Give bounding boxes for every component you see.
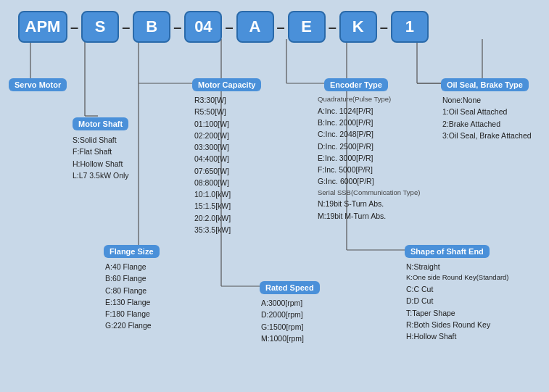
dash-7: – <box>380 19 388 36</box>
fs-item-2: B:60 Flange <box>105 272 152 284</box>
motor-capacity-label: Motor Capacity <box>192 78 261 91</box>
dash-2: – <box>122 19 130 36</box>
motor-shaft-item-1: S:Solid Shaft <box>73 134 129 146</box>
motor-shaft-item-4: L:L7 3.5kW Only <box>73 170 129 181</box>
sse-item-4: D:D Cut <box>406 295 509 306</box>
code-b: B <box>133 11 170 43</box>
dash-5: – <box>277 19 285 36</box>
flange-size-box: Flange Size <box>104 245 160 258</box>
dash-4: – <box>225 19 233 36</box>
motor-shaft-box: Motor Shaft <box>73 117 128 130</box>
fs-item-5: F:180 Flange <box>105 308 152 320</box>
sse-item-3: C:C Cut <box>406 283 509 295</box>
rs-item-1: A:3000[rpm] <box>261 297 304 309</box>
oil-seal-box: Oil Seal, Brake Type <box>441 78 529 91</box>
mc-item-5: 03:300[W] <box>194 141 231 153</box>
fs-item-3: C:80 Flange <box>105 285 152 296</box>
rated-speed-label: Rated Speed <box>260 281 320 294</box>
servo-motor-label: Servo Motor <box>9 78 67 91</box>
et-item-0: Quadrature(Pulse Type) <box>318 94 420 105</box>
rated-speed-details: A:3000[rpm] D:2000[rpm] G:1500[rpm] M:10… <box>261 297 304 344</box>
servo-motor-box: Servo Motor <box>9 78 67 91</box>
shape-shaft-end-details: N:Straight K:One side Round Key(Standard… <box>406 261 509 342</box>
oil-seal-label: Oil Seal, Brake Type <box>441 78 529 91</box>
fs-item-1: A:40 Flange <box>105 261 152 272</box>
mc-item-10: 15:1.5[kW] <box>194 200 231 212</box>
mc-item-3: 01:100[W] <box>194 118 231 130</box>
rs-item-4: M:1000[rpm] <box>261 333 304 344</box>
oil-seal-details: None:None 1:Oil Seal Attached 2:Brake At… <box>442 94 532 141</box>
et-item-9: M:19bit M-Turn Abs. <box>318 210 420 222</box>
et-item-2: B:Inc. 2000[P/R] <box>318 117 420 128</box>
code-e: E <box>288 11 326 43</box>
flange-size-details: A:40 Flange B:60 Flange C:80 Flange E:13… <box>105 261 152 332</box>
dash-1: – <box>70 19 78 36</box>
mc-item-4: 02:200[W] <box>194 130 231 141</box>
sse-item-6: R:Both Sides Round Key <box>406 319 509 330</box>
os-item-1: None:None <box>442 94 532 106</box>
rated-speed-box: Rated Speed <box>260 281 320 294</box>
encoder-type-label: Encoder Type <box>324 78 388 91</box>
encoder-type-details: Quadrature(Pulse Type) A:Inc. 1024[P/R] … <box>318 94 420 222</box>
et-item-7: G:Inc. 6000[P/R] <box>318 175 420 187</box>
mc-item-12: 35:3.5[kW] <box>194 224 231 235</box>
mc-item-1: R3:30[W] <box>194 94 231 106</box>
flange-size-label: Flange Size <box>104 245 160 258</box>
fs-item-4: E:130 Flange <box>105 296 152 308</box>
motor-capacity-details: R3:30[W] R5:50[W] 01:100[W] 02:200[W] 03… <box>194 94 231 235</box>
fs-item-6: G:220 Flange <box>105 320 152 331</box>
sse-item-2: K:One side Round Key(Standard) <box>406 272 509 283</box>
et-item-5: E:Inc. 3000[P/R] <box>318 152 420 164</box>
et-item-8: N:19bit S-Turn Abs. <box>318 198 420 209</box>
shape-shaft-end-label: Shape of Shaft End <box>405 245 490 258</box>
code-1: 1 <box>391 11 429 43</box>
et-item-6: F:Inc. 5000[P/R] <box>318 164 420 175</box>
mc-item-7: 07:650[W] <box>194 165 231 177</box>
dash-6: – <box>329 19 337 36</box>
et-item-serial: Serial SSB(Communication Type) <box>318 188 420 199</box>
rs-item-3: G:1500[rpm] <box>261 321 304 333</box>
code-k: K <box>339 11 377 43</box>
code-s: S <box>81 11 119 43</box>
os-item-2: 1:Oil Seal Attached <box>442 106 532 117</box>
mc-item-6: 04:400[W] <box>194 153 231 164</box>
encoder-type-box: Encoder Type <box>324 78 388 91</box>
motor-shaft-item-2: F:Flat Shaft <box>73 146 129 157</box>
sse-item-7: H:Hollow Shaft <box>406 330 509 342</box>
sse-item-1: N:Straight <box>406 261 509 272</box>
code-apm: APM <box>18 11 67 43</box>
et-item-1: A:Inc. 1024[P/R] <box>318 105 420 117</box>
code-row: APM – S – B – 04 – A – E – K – 1 <box>18 11 429 43</box>
mc-item-11: 20:2.0[kW] <box>194 212 231 224</box>
motor-shaft-label: Motor Shaft <box>73 117 128 130</box>
mc-item-2: R5:50[W] <box>194 106 231 117</box>
et-item-3: C:Inc. 2048[P/R] <box>318 128 420 140</box>
motor-capacity-box: Motor Capacity <box>192 78 261 91</box>
main-container: APM – S – B – 04 – A – E – K – 1 Servo M… <box>0 0 549 392</box>
os-item-4: 3:Oil Seal, Brake Attached <box>442 130 532 141</box>
shape-shaft-end-box: Shape of Shaft End <box>405 245 490 258</box>
et-item-4: D:Inc. 2500[P/R] <box>318 141 420 152</box>
os-item-3: 2:Brake Attached <box>442 118 532 130</box>
mc-item-8: 08:800[W] <box>194 177 231 188</box>
rs-item-2: D:2000[rpm] <box>261 309 304 320</box>
motor-shaft-details: S:Solid Shaft F:Flat Shaft H:Hollow Shaf… <box>73 134 129 181</box>
code-04: 04 <box>184 11 222 43</box>
dash-3: – <box>173 19 181 36</box>
mc-item-9: 10:1.0[kW] <box>194 188 231 200</box>
sse-item-5: T:Taper Shape <box>406 307 509 319</box>
code-a: A <box>236 11 274 43</box>
motor-shaft-item-3: H:Hollow Shaft <box>73 158 129 170</box>
